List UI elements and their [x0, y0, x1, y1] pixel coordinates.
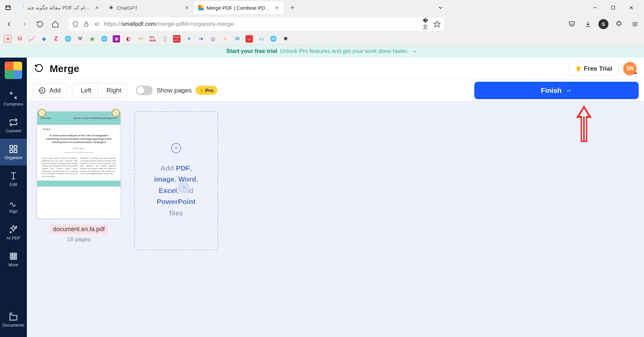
sidebar-label: Edit [10, 182, 17, 187]
file-pages: 16 pages [67, 236, 91, 243]
url-text: https://smallpdf.com/merge-pdf#r=organiz… [104, 21, 419, 27]
bookmark-icon[interactable]: ▦ [4, 35, 11, 43]
show-pages-label: Show pages [157, 87, 192, 94]
sidebar-item-aipdf[interactable]: AI PDF [0, 219, 27, 246]
rotate-group: Left Right [72, 83, 128, 98]
bookmark-icon[interactable]: ▭ [258, 35, 265, 43]
bookmark-icon[interactable]: PNGJPG [173, 35, 180, 43]
permissions-icon[interactable] [93, 20, 101, 28]
tab-article[interactable]: 📄 مقاله چگونه چند PDF را باهم ادغام کنـ … [14, 1, 104, 14]
svg-point-7 [95, 23, 96, 24]
tab-list-icon[interactable] [2, 2, 14, 14]
sidebar-item-convert[interactable]: Convert [0, 112, 27, 139]
file-card[interactable]: universityAfrican Journal of Marketing M… [37, 111, 121, 243]
add-button[interactable]: Add [32, 83, 67, 98]
document-thumbnail[interactable]: universityAfrican Journal of Marketing M… [37, 111, 121, 218]
close-icon[interactable]: × [274, 5, 280, 11]
free-trial-button[interactable]: ♛ Free Trial [569, 61, 619, 76]
bookmark-icon[interactable]: ◐ [125, 35, 132, 43]
back-button[interactable] [3, 18, 15, 30]
bookmark-icon[interactable]: ◆ [40, 35, 48, 43]
bookmark-icon[interactable]: Ψ [76, 35, 84, 43]
svg-rect-3 [611, 6, 614, 9]
bookmark-icon[interactable]: SCIHUB [149, 35, 156, 43]
pocket-icon[interactable] [566, 18, 578, 30]
sidebar-item-sign[interactable]: Sign [0, 192, 27, 219]
avatar-initials: SN [626, 66, 634, 72]
svg-rect-21 [14, 150, 17, 152]
window-close-icon[interactable] [625, 2, 637, 14]
bookmark-icon[interactable]: 🌐 [64, 35, 72, 43]
toggle-icon[interactable] [136, 86, 153, 95]
tab-strip: 📄 مقاله چگونه چند PDF را باهم ادغام کنـ … [0, 0, 644, 15]
lock-icon[interactable] [83, 20, 90, 28]
translate-icon[interactable]: �文 [423, 20, 430, 28]
new-tab-button[interactable]: + [286, 2, 299, 14]
rotate-right-label: Right [107, 87, 121, 94]
svg-rect-29 [15, 253, 17, 255]
drop-zone[interactable]: + Add PDF, image, Word, Excel, and Power… [134, 111, 218, 250]
bookmark-icon[interactable]: Z [52, 35, 60, 43]
maximize-icon[interactable] [607, 2, 619, 14]
tabs-dropdown-icon[interactable] [434, 5, 446, 11]
sidebar-item-documents[interactable]: Documents [0, 306, 27, 333]
promo-banner[interactable]: Start your free trial Unlock Pro feature… [0, 45, 644, 58]
finish-button[interactable]: Finish → [474, 82, 639, 99]
avatar[interactable]: SN [623, 62, 637, 75]
insert-between-button[interactable]: + [178, 182, 190, 194]
sidebar-label: Organize [5, 155, 22, 160]
sidebar-item-more[interactable]: More [0, 246, 27, 273]
banner-text: Unlock Pro features and get your work do… [280, 48, 409, 55]
bookmark-icon[interactable]: ✦ [185, 35, 193, 43]
sidebar-label: Convert [6, 128, 21, 133]
rotate-left-button[interactable]: Left [72, 83, 98, 97]
bookmark-icon[interactable]: 🌐 [101, 35, 108, 43]
bookmark-icon[interactable]: ≈ [221, 35, 229, 43]
bookmark-icon[interactable]: M [16, 35, 23, 43]
brand-logo[interactable] [5, 62, 22, 79]
svg-marker-10 [434, 21, 440, 27]
sidebar-item-organize[interactable]: Organize [0, 139, 27, 165]
sidebar-label: Documents [2, 323, 24, 328]
bookmark-icon[interactable]: 🌐 [270, 35, 277, 43]
extensions-icon[interactable] [613, 18, 625, 30]
downloads-icon[interactable] [582, 18, 594, 30]
home-button[interactable] [50, 18, 61, 30]
shield-icon[interactable] [72, 20, 79, 28]
bookmarks-bar: ▦ M 📈 ◆ Z 🌐 Ψ ◉ 🌐 ▦ ◐ ↩ SCIHUB ▯ PNGJPG … [0, 33, 644, 45]
minimize-icon[interactable] [589, 2, 601, 14]
url-bar[interactable]: https://smallpdf.com/merge-pdf#r=organiz… [68, 17, 444, 31]
bookmark-icon[interactable]: 📈 [28, 35, 36, 43]
close-icon[interactable]: × [184, 5, 190, 11]
sidebar-item-compress[interactable]: Compress [0, 85, 27, 112]
bookmark-icon[interactable]: ✺ [282, 35, 289, 43]
drop-text: Add PDF, image, Word, Excel, and PowerPo… [154, 162, 198, 219]
bookmark-icon[interactable]: ▦ [113, 35, 120, 43]
bookmark-icon[interactable]: ◎ [209, 35, 217, 43]
sidebar-item-edit[interactable]: Edit [0, 165, 27, 192]
reload-button[interactable] [34, 18, 46, 30]
bookmark-icon[interactable]: ◉ [89, 35, 96, 43]
pin-icon [38, 109, 46, 117]
bookmark-icon[interactable]: ▯ [161, 35, 168, 43]
svg-rect-32 [15, 255, 17, 257]
forward-button[interactable] [19, 18, 30, 30]
bookmark-icon[interactable]: ↩ [137, 35, 144, 43]
bookmark-icon[interactable]: ➜ [197, 35, 205, 43]
bookmark-star-icon[interactable] [433, 20, 441, 28]
tab-title: ChatGPT [117, 5, 181, 11]
show-pages-toggle[interactable]: Show pages ♛Pro [136, 86, 218, 95]
chatgpt-icon: ✺ [108, 5, 114, 11]
menu-icon[interactable] [629, 18, 641, 30]
account-pill[interactable]: S [598, 19, 608, 29]
undo-button[interactable] [34, 63, 44, 74]
rotate-right-button[interactable]: Right [98, 83, 127, 97]
tab-chatgpt[interactable]: ✺ ChatGPT × [104, 1, 194, 14]
bookmark-icon[interactable]: ✉ [233, 35, 241, 43]
canvas[interactable]: universityAfrican Journal of Marketing M… [27, 101, 644, 337]
bookmark-icon[interactable]: ⌵ [246, 35, 253, 43]
tab-mergepdf[interactable]: Merge PDF | Combine PDF Files × [194, 1, 284, 14]
main-area: Merge ♛ Free Trial SN Add L [27, 58, 644, 337]
tab-title: Merge PDF | Combine PDF Files [207, 5, 271, 11]
close-icon[interactable]: × [94, 5, 100, 11]
